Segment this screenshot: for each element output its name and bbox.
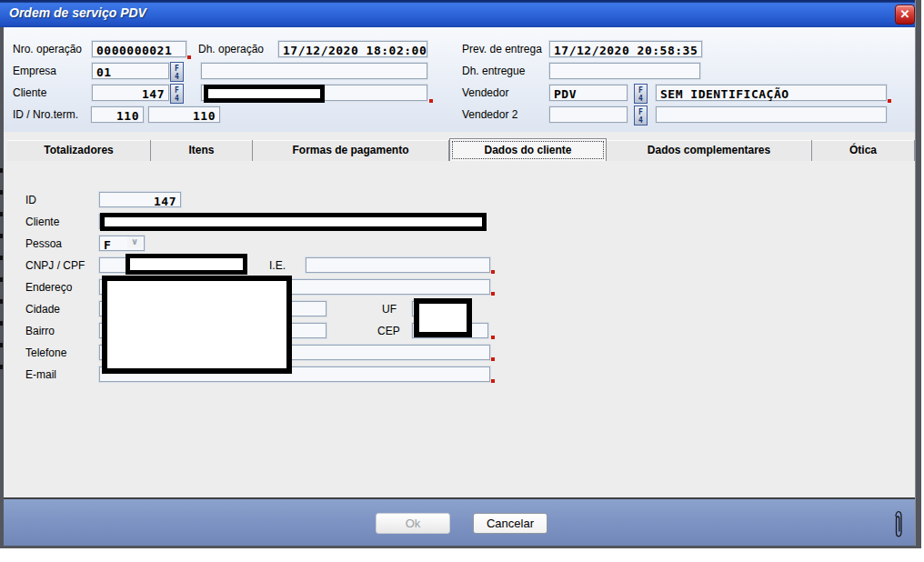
window-border-ticks bbox=[0, 168, 3, 386]
terminal-num-field[interactable]: 110 bbox=[147, 105, 221, 124]
redaction-box bbox=[126, 254, 247, 275]
endereco-label: Endereço bbox=[25, 281, 72, 294]
cliente-code-field[interactable]: 147 bbox=[91, 84, 170, 102]
empresa-name-field[interactable] bbox=[200, 62, 428, 80]
vendedor2-f4-button[interactable]: F4 bbox=[634, 105, 648, 125]
cliente-f4-button[interactable]: F4 bbox=[170, 84, 184, 104]
pessoa-label: Pessoa bbox=[25, 237, 62, 250]
nro-operacao-field[interactable]: 0000000021 bbox=[91, 40, 187, 58]
window-border-bottom bbox=[0, 546, 921, 548]
title-bar: Ordem de serviço PDV bbox=[0, 0, 915, 27]
cnpj-cpf-label: CNPJ / CPF bbox=[25, 259, 85, 272]
vendedor-label: Vendedor bbox=[462, 86, 508, 99]
required-marker bbox=[187, 55, 191, 59]
bairro-label: Bairro bbox=[25, 325, 55, 337]
ok-button[interactable]: Ok bbox=[376, 513, 450, 534]
dh-operacao-field[interactable]: 17/12/2020 18:02:00 bbox=[277, 40, 428, 58]
ordem-servico-dialog: Ordem de serviço PDV ✕ Nro. operação 000… bbox=[0, 0, 921, 548]
vendedor-code-field[interactable]: PDV bbox=[548, 84, 628, 102]
paperclip-icon[interactable] bbox=[891, 509, 906, 540]
prev-entrega-field[interactable]: 17/12/2020 20:58:35 bbox=[548, 40, 703, 58]
dh-entregue-label: Dh. entregue bbox=[462, 65, 525, 77]
required-marker bbox=[888, 99, 891, 103]
empresa-f4-button[interactable]: F4 bbox=[170, 62, 184, 82]
vendedor-f4-button[interactable]: F4 bbox=[634, 84, 648, 104]
ie-label: I.E. bbox=[269, 259, 286, 272]
id-nro-term-label: ID / Nro.term. bbox=[13, 108, 78, 121]
terminal-id-field[interactable]: 110 bbox=[90, 105, 145, 124]
close-icon[interactable]: ✕ bbox=[895, 5, 915, 25]
vendedor-name-field[interactable]: SEM IDENTIFICAÇÃO bbox=[655, 84, 888, 102]
empresa-code-field[interactable]: 01 bbox=[91, 62, 170, 80]
dh-operacao-label: Dh. operação bbox=[198, 43, 264, 55]
tab-totalizadores[interactable]: Totalizadores bbox=[7, 140, 151, 161]
required-marker bbox=[491, 270, 495, 274]
required-marker bbox=[491, 292, 495, 296]
cep-label: CEP bbox=[377, 325, 400, 337]
required-marker bbox=[429, 99, 433, 103]
prev-entrega-label: Prev. de entrega bbox=[462, 43, 542, 55]
uf-label: UF bbox=[382, 303, 397, 316]
cliente-nome-label: Cliente bbox=[25, 216, 59, 228]
cidade-label: Cidade bbox=[25, 303, 60, 316]
cliente-label: Cliente bbox=[13, 86, 46, 99]
required-marker bbox=[491, 357, 495, 361]
tab-itens[interactable]: Itens bbox=[151, 140, 253, 161]
footer-bar bbox=[0, 497, 915, 546]
required-marker bbox=[491, 379, 495, 383]
tab-otica[interactable]: Ótica bbox=[812, 140, 915, 161]
id-label: ID bbox=[25, 194, 36, 206]
dh-entregue-field[interactable] bbox=[548, 62, 701, 80]
vendedor2-label: Vendedor 2 bbox=[462, 108, 517, 121]
empresa-label: Empresa bbox=[13, 65, 56, 77]
redaction-box bbox=[204, 85, 325, 103]
vendedor2-code-field[interactable] bbox=[548, 105, 628, 124]
window-border-right bbox=[915, 0, 921, 548]
redaction-box bbox=[100, 213, 487, 231]
email-label: E-mail bbox=[25, 368, 56, 381]
cancel-button[interactable]: Cancelar bbox=[473, 513, 547, 534]
tab-formas-de-pagamento[interactable]: Formas de pagamento bbox=[253, 140, 449, 161]
id-field[interactable]: 147 bbox=[98, 191, 182, 208]
ie-field[interactable] bbox=[305, 256, 491, 274]
telefone-label: Telefone bbox=[25, 346, 66, 359]
tab-dados-complementares[interactable]: Dados complementares bbox=[607, 140, 812, 161]
chevron-down-icon[interactable]: ∨ bbox=[127, 236, 142, 248]
required-marker bbox=[491, 336, 495, 339]
vendedor2-name-field[interactable] bbox=[655, 105, 888, 124]
screen: Ordem de serviço PDV ✕ Nro. operação 000… bbox=[0, 0, 924, 562]
tab-dados-do-cliente[interactable]: Dados do cliente bbox=[449, 138, 607, 161]
redaction-box bbox=[102, 276, 292, 374]
nro-operacao-label: Nro. operação bbox=[13, 43, 82, 55]
dialog-title: Ordem de serviço PDV bbox=[9, 5, 146, 20]
redaction-box bbox=[414, 298, 472, 337]
